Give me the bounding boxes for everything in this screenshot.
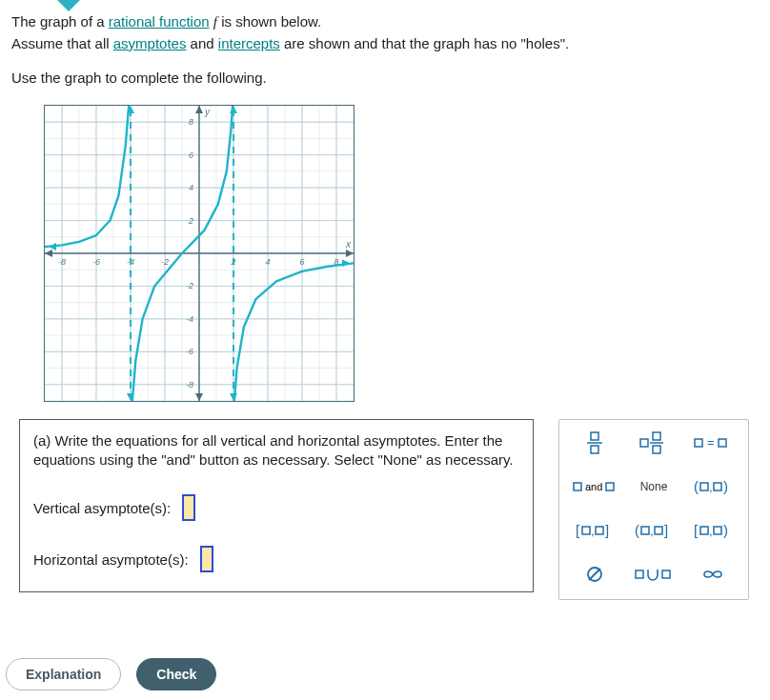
svg-marker-58 xyxy=(195,106,203,113)
svg-text:6: 6 xyxy=(189,150,193,159)
svg-rect-110 xyxy=(641,527,649,534)
explanation-button[interactable]: Explanation xyxy=(6,658,121,690)
svg-text:[: [ xyxy=(694,523,699,538)
svg-text:(: ( xyxy=(694,479,699,494)
svg-marker-57 xyxy=(45,250,52,257)
problem-intro: The graph of a rational function f is sh… xyxy=(11,11,759,90)
check-button[interactable]: Check xyxy=(136,658,216,690)
svg-rect-95 xyxy=(719,439,726,447)
svg-rect-86 xyxy=(591,432,598,440)
link-rational-function[interactable]: rational function xyxy=(109,13,210,30)
svg-text:-4: -4 xyxy=(186,313,193,323)
svg-rect-102 xyxy=(714,483,721,490)
svg-line-120 xyxy=(589,569,600,580)
svg-rect-100 xyxy=(700,483,708,490)
svg-rect-112 xyxy=(655,527,662,534)
tab-pointer-icon xyxy=(51,0,86,11)
vertical-asymptote-input[interactable] xyxy=(182,494,195,521)
svg-rect-122 xyxy=(662,570,670,578)
svg-text:(: ( xyxy=(635,523,639,538)
svg-text:y: y xyxy=(204,107,211,117)
svg-rect-117 xyxy=(714,527,721,534)
horizontal-asymptote-input[interactable] xyxy=(200,546,213,572)
svg-text:x: x xyxy=(345,239,352,250)
svg-text:4: 4 xyxy=(189,183,193,192)
svg-text:8: 8 xyxy=(189,117,193,127)
svg-rect-90 xyxy=(653,432,660,440)
palette-open-open-interval[interactable]: (,) xyxy=(685,473,740,500)
link-asymptotes[interactable]: asymptotes xyxy=(113,35,187,51)
palette-fraction[interactable] xyxy=(567,430,622,456)
svg-text:): ) xyxy=(723,523,728,538)
svg-text:,: , xyxy=(709,524,713,538)
palette-closed-closed-interval[interactable]: [,] xyxy=(567,517,622,544)
palette-infinity[interactable] xyxy=(685,561,740,588)
palette-mixed-number[interactable] xyxy=(626,430,681,456)
svg-text:=: = xyxy=(707,436,715,450)
svg-text:): ) xyxy=(723,479,728,494)
svg-text:2: 2 xyxy=(188,215,193,225)
horizontal-asymptote-label: Horizontal asymptote(s): xyxy=(33,551,189,568)
svg-marker-56 xyxy=(346,250,354,257)
svg-text:-6: -6 xyxy=(92,257,100,267)
action-buttons: Explanation Check xyxy=(0,658,216,690)
question-a-box: (a) Write the equations for all vertical… xyxy=(19,419,534,593)
symbol-palette: = and None (,) [,] (,] [,) xyxy=(558,419,749,600)
svg-rect-93 xyxy=(695,439,702,447)
svg-rect-107 xyxy=(596,527,603,534)
question-a-text: (a) Write the equations for all vertical… xyxy=(33,431,519,470)
svg-text:and: and xyxy=(585,481,602,492)
palette-union[interactable] xyxy=(626,561,681,588)
svg-rect-88 xyxy=(591,446,598,453)
palette-none[interactable]: None xyxy=(626,473,681,500)
svg-text:,: , xyxy=(591,524,595,538)
link-intercepts[interactable]: intercepts xyxy=(218,35,280,51)
palette-and[interactable]: and xyxy=(567,473,622,500)
svg-marker-85 xyxy=(342,259,350,267)
svg-rect-98 xyxy=(606,483,614,490)
svg-text:6: 6 xyxy=(299,257,304,267)
svg-text:-6: -6 xyxy=(186,347,193,356)
svg-text:[: [ xyxy=(576,523,580,538)
svg-marker-84 xyxy=(49,243,56,250)
palette-equation[interactable]: = xyxy=(685,430,740,456)
svg-text:]: ] xyxy=(605,523,609,538)
svg-marker-59 xyxy=(195,393,203,401)
function-graph: -8-6-4-22468-8-6-4-22468xy xyxy=(44,105,355,402)
svg-text:-8: -8 xyxy=(58,257,66,267)
instruction-line: Use the graph to complete the following. xyxy=(11,68,759,90)
svg-rect-89 xyxy=(640,439,648,447)
palette-open-closed-interval[interactable]: (,] xyxy=(626,517,681,544)
svg-rect-96 xyxy=(574,483,581,490)
svg-rect-105 xyxy=(582,527,590,534)
svg-rect-115 xyxy=(700,527,708,534)
palette-empty-set[interactable] xyxy=(567,561,622,588)
svg-rect-92 xyxy=(653,446,660,453)
svg-text:,: , xyxy=(650,524,654,538)
svg-text:,: , xyxy=(709,480,713,494)
svg-text:-2: -2 xyxy=(186,281,193,290)
vertical-asymptote-label: Vertical asymptote(s): xyxy=(33,500,171,516)
svg-text:-2: -2 xyxy=(161,257,169,267)
palette-closed-open-interval[interactable]: [,) xyxy=(685,517,740,544)
svg-text:4: 4 xyxy=(265,257,270,267)
svg-text:]: ] xyxy=(664,523,668,538)
svg-rect-121 xyxy=(636,570,643,578)
intro-text: The graph of a xyxy=(11,13,109,30)
svg-text:-8: -8 xyxy=(186,379,193,389)
